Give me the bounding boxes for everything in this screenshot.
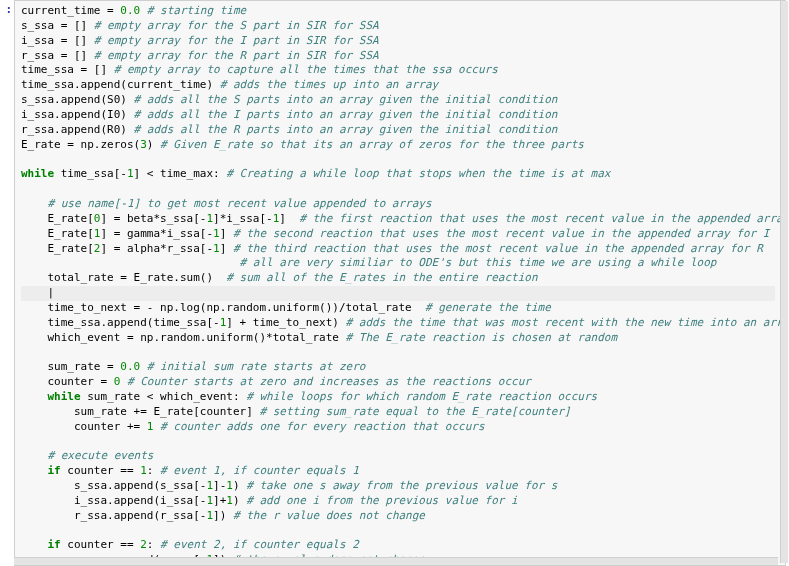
code-token-cmt: # The E_rate reaction is chosen at rando… [346, 331, 618, 344]
code-token-cmt: # empty array to capture all the times t… [114, 63, 498, 76]
code-token-plain: ] = beta*s_ssa[- [100, 212, 206, 225]
code-token-cmt: # adds all the I parts into an array giv… [134, 108, 558, 121]
code-token-plain: ] = alpha*r_ssa[- [100, 242, 213, 255]
code-token-plain: : [147, 538, 160, 551]
code-token-plain: sum_rate < which_event: [81, 390, 247, 403]
code-token-plain: ] [220, 227, 233, 240]
code-token-plain: ] [279, 212, 299, 225]
code-token-kw: while [48, 390, 81, 403]
code-token-cmt: # the third reaction that uses the most … [233, 242, 763, 255]
code-token-plain: counter == [61, 538, 140, 551]
code-token-plain: sum_rate = [21, 360, 120, 373]
code-token-plain: s_ssa.append(s_ssa[- [21, 479, 206, 492]
code-token-cmt: # the second reaction that uses the most… [233, 227, 769, 240]
cell-prompt-text: : [5, 3, 12, 16]
code-token-plain: E_rate[ [21, 212, 94, 225]
code-token-num: 2 [140, 538, 147, 551]
code-token-num: 1 [140, 464, 147, 477]
code-token-cmt: # Creating a while loop that stops when … [226, 167, 610, 180]
code-token-plain: ]+ [213, 494, 226, 507]
code-token-cmt: # while loops for which random E_rate re… [246, 390, 597, 403]
code-token-plain [21, 197, 48, 210]
code-editor-content[interactable]: current_time = 0.0 # starting time s_ssa… [21, 4, 785, 566]
code-token-plain: r_ssa.append(R0) [21, 123, 134, 136]
code-token-plain: ) [233, 494, 246, 507]
code-token-plain: ]) [213, 509, 233, 522]
code-token-plain: time_ssa = [] [21, 63, 114, 76]
code-token-plain: s_ssa.append(S0) [21, 93, 134, 106]
code-token-cmt: # empty array for the I part in SIR for … [94, 34, 379, 47]
cell-prompt: : [0, 0, 12, 566]
code-token-kw: if [48, 464, 61, 477]
code-token-plain: ) [233, 479, 246, 492]
code-token-plain: ]- [213, 479, 226, 492]
code-token-cmt: # empty array for the R part in SIR for … [94, 49, 379, 62]
code-token-plain: ] < time_max: [134, 167, 227, 180]
code-token-plain: E_rate[ [21, 242, 94, 255]
code-token-cmt: # Given E_rate so that its an array of z… [160, 138, 584, 151]
code-token-cmt: # counter adds one for every reaction th… [160, 420, 485, 433]
code-token-plain: current_time = [21, 4, 120, 17]
code-token-num: 0.0 [120, 4, 140, 17]
code-token-cmt: # adds all the S parts into an array giv… [134, 93, 558, 106]
code-token-plain [21, 449, 48, 462]
code-token-plain [140, 360, 147, 373]
code-token-cmt: # all are very similiar to ODE's but thi… [240, 256, 717, 269]
code-token-plain: time_to_next = - np.log(np.random.unifor… [21, 301, 425, 314]
code-token-plain: r_ssa = [] [21, 49, 94, 62]
code-token-num: 1 [213, 227, 220, 240]
code-token-num: 1 [226, 494, 233, 507]
code-token-cmt: # the first reaction that uses the most … [299, 212, 786, 225]
code-token-num: 1 [213, 242, 220, 255]
code-token-num: 1 [226, 479, 233, 492]
code-token-plain: time_ssa.append(current_time) [21, 78, 220, 91]
vertical-scrollbar[interactable] [780, 1, 788, 563]
code-token-plain: E_rate[ [21, 227, 94, 240]
code-token-cmt: # setting sum_rate equal to the E_rate[c… [259, 405, 570, 418]
code-token-cmt: # sum all of the E_rates in the entire r… [226, 271, 537, 284]
code-token-plain: counter == [61, 464, 140, 477]
code-token-kw: while [21, 167, 54, 180]
code-token-plain: r_ssa.append(r_ssa[- [21, 509, 206, 522]
code-token-plain: : [147, 464, 160, 477]
caret: | [21, 286, 54, 299]
code-token-plain: i_ssa = [] [21, 34, 94, 47]
code-token-plain: ] [220, 242, 233, 255]
code-token-plain: i_ssa.append(I0) [21, 108, 134, 121]
code-token-cmt: # the r value does not change [233, 509, 425, 522]
code-token-num: 3 [140, 138, 147, 151]
code-token-cmt: # take one s away from the previous valu… [246, 479, 557, 492]
code-token-cmt: # starting time [147, 4, 246, 17]
code-token-plain [21, 256, 240, 269]
code-token-plain: counter = [21, 375, 114, 388]
code-token-plain: s_ssa = [] [21, 19, 94, 32]
code-token-plain: sum_rate += E_rate[counter] [21, 405, 259, 418]
horizontal-scrollbar[interactable] [14, 557, 778, 565]
code-token-plain [21, 538, 48, 551]
code-token-plain [21, 464, 48, 477]
code-token-plain [120, 375, 127, 388]
code-token-cmt: # empty array for the S part in SIR for … [94, 19, 379, 32]
code-token-plain [140, 4, 147, 17]
code-token-cmt: # generate the time [425, 301, 551, 314]
code-token-cmt: # Counter starts at zero and increases a… [127, 375, 531, 388]
code-token-plain: E_rate = np.zeros( [21, 138, 140, 151]
code-token-num: 0.0 [120, 360, 140, 373]
code-token-cmt: # execute events [48, 449, 154, 462]
code-token-plain: time_ssa[- [54, 167, 127, 180]
code-token-cmt: # add one i from the previous value for … [246, 494, 518, 507]
code-cell[interactable]: current_time = 0.0 # starting time s_ssa… [14, 0, 786, 566]
code-token-plain: total_rate = E_rate.sum() [21, 271, 226, 284]
code-token-plain: ) [147, 138, 160, 151]
page-root: : current_time = 0.0 # starting time s_s… [0, 0, 789, 566]
code-token-num: 1 [127, 167, 134, 180]
code-token-cmt: # adds the time that was most recent wit… [346, 316, 786, 329]
code-token-kw: if [48, 538, 61, 551]
code-token-cmt: # adds all the R parts into an array giv… [134, 123, 558, 136]
code-token-cmt: # use name[-1] to get most recent value … [48, 197, 432, 210]
code-token-cmt: # event 2, if counter equals 2 [160, 538, 359, 551]
cursor-line[interactable]: | [21, 286, 775, 301]
code-token-plain: i_ssa.append(i_ssa[- [21, 494, 206, 507]
code-token-plain: ]*i_ssa[- [213, 212, 273, 225]
code-token-plain: counter += [21, 420, 147, 433]
